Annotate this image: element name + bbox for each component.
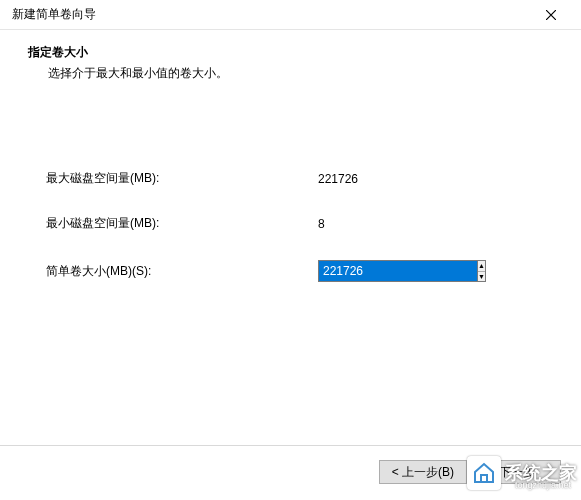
back-button[interactable]: < 上一步(B)	[379, 460, 467, 484]
min-space-value: 8	[318, 217, 325, 231]
max-space-label: 最大磁盘空间量(MB):	[46, 170, 318, 187]
page-subtitle: 选择介于最大和最小值的卷大小。	[28, 65, 553, 82]
volume-size-spinner: ▲ ▼	[318, 260, 398, 282]
chevron-up-icon: ▲	[478, 262, 485, 269]
min-space-label: 最小磁盘空间量(MB):	[46, 215, 318, 232]
close-button[interactable]	[531, 1, 571, 29]
wizard-footer: < 上一步(B) 下一步	[0, 445, 581, 484]
volume-size-input[interactable]	[318, 260, 477, 282]
row-max-space: 最大磁盘空间量(MB): 221726	[46, 170, 535, 187]
volume-size-label: 简单卷大小(MB)(S):	[46, 263, 318, 280]
titlebar: 新建简单卷向导	[0, 0, 581, 30]
spin-down-button[interactable]: ▼	[478, 272, 485, 282]
spin-up-button[interactable]: ▲	[478, 261, 485, 272]
wizard-content: 最大磁盘空间量(MB): 221726 最小磁盘空间量(MB): 8 简单卷大小…	[0, 90, 581, 282]
close-icon	[546, 10, 556, 20]
window-title: 新建简单卷向导	[10, 6, 96, 23]
row-min-space: 最小磁盘空间量(MB): 8	[46, 215, 535, 232]
wizard-header: 指定卷大小 选择介于最大和最小值的卷大小。	[0, 30, 581, 90]
row-volume-size: 简单卷大小(MB)(S): ▲ ▼	[46, 260, 535, 282]
next-button[interactable]: 下一步	[473, 460, 561, 484]
max-space-value: 221726	[318, 172, 358, 186]
page-title: 指定卷大小	[28, 44, 553, 61]
spinner-buttons: ▲ ▼	[477, 260, 486, 282]
chevron-down-icon: ▼	[478, 273, 485, 280]
